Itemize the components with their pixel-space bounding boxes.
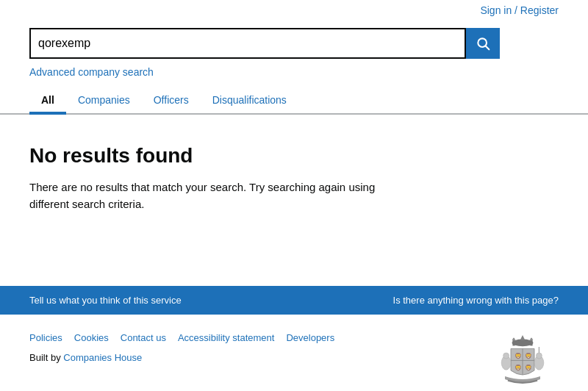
svg-text:🦁: 🦁 — [514, 352, 521, 359]
built-by-prefix: Built by — [29, 352, 61, 363]
footer-left: Policies Cookies Contact us Accessibilit… — [29, 332, 334, 363]
footer-accessibility-link[interactable]: Accessibility statement — [178, 332, 275, 343]
no-results-heading: No results found — [29, 144, 559, 168]
footer-right: 🦁 🦁 🦁 🦁 © Crown copyright — [486, 332, 559, 391]
search-container: Advanced company search — [0, 21, 588, 78]
search-input[interactable] — [29, 28, 466, 59]
tabs-container: All Companies Officers Disqualifications — [0, 78, 588, 115]
sign-in-link[interactable]: Sign in / Register — [480, 4, 559, 16]
footer-contact-link[interactable]: Contact us — [121, 332, 166, 343]
feedback-banner: Tell us what you think of this service I… — [0, 286, 588, 315]
tab-officers[interactable]: Officers — [142, 88, 201, 113]
footer-links: Policies Cookies Contact us Accessibilit… — [29, 332, 334, 343]
wrong-page-link[interactable]: Is there anything wrong with this page? — [393, 295, 559, 306]
tab-all-link[interactable]: All — [29, 88, 66, 115]
svg-text:🦁: 🦁 — [514, 364, 521, 371]
svg-text:🦁: 🦁 — [525, 352, 532, 359]
tab-all[interactable]: All — [29, 88, 66, 113]
main-content: No results found There are no results th… — [0, 115, 588, 242]
svg-marker-8 — [529, 337, 533, 340]
top-bar: Sign in / Register — [0, 0, 588, 21]
svg-rect-5 — [530, 340, 532, 345]
advanced-search-link[interactable]: Advanced company search — [29, 66, 559, 78]
no-results-line1: There are no results that match your sea… — [29, 181, 375, 193]
tab-companies-link[interactable]: Companies — [66, 88, 142, 112]
search-button[interactable] — [466, 28, 500, 59]
tab-companies[interactable]: Companies — [66, 88, 142, 113]
tab-officers-link[interactable]: Officers — [142, 88, 201, 112]
svg-line-1 — [486, 46, 490, 50]
tab-disqualifications[interactable]: Disqualifications — [201, 88, 298, 113]
footer: Policies Cookies Contact us Accessibilit… — [0, 315, 588, 391]
no-results-text: There are no results that match your sea… — [29, 179, 397, 212]
footer-policies-link[interactable]: Policies — [29, 332, 62, 343]
svg-point-18 — [536, 353, 542, 359]
companies-house-link[interactable]: Companies House — [63, 352, 142, 363]
svg-marker-7 — [512, 337, 515, 340]
tell-us-link[interactable]: Tell us what you think of this service — [29, 295, 182, 306]
no-results-line2: different search criteria. — [29, 198, 144, 210]
tab-disqualifications-link[interactable]: Disqualifications — [201, 88, 298, 112]
svg-rect-3 — [512, 340, 514, 345]
svg-text:🦁: 🦁 — [525, 364, 532, 371]
crown-coat-of-arms-icon: 🦁 🦁 🦁 🦁 — [493, 332, 552, 391]
footer-cookies-link[interactable]: Cookies — [74, 332, 109, 343]
search-icon — [476, 36, 490, 51]
search-form — [29, 28, 500, 59]
footer-developers-link[interactable]: Developers — [286, 332, 334, 343]
tabs-list: All Companies Officers Disqualifications — [29, 88, 559, 113]
svg-point-16 — [503, 353, 509, 359]
svg-marker-6 — [520, 335, 524, 340]
built-by: Built by Companies House — [29, 352, 334, 363]
